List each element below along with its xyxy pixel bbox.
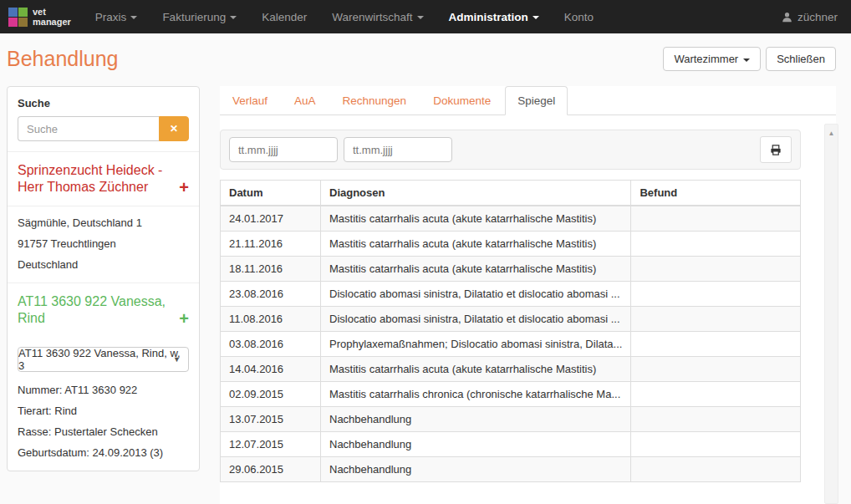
address-line: Sägmühle, Deutschland 1	[18, 216, 189, 229]
user-menu[interactable]: züchner	[782, 11, 851, 23]
table-row[interactable]: 24.01.2017 Mastitis catarrhalis acuta (a…	[221, 206, 801, 232]
add-animal-icon[interactable]: +	[179, 310, 189, 327]
filter-bar	[220, 130, 801, 170]
customer-section: Sprinzenzucht Heideck - Herr Thomas Züch…	[8, 151, 199, 206]
table-row[interactable]: 23.08.2016 Dislocatio abomasi sinistra, …	[221, 282, 801, 307]
header-buttons: Wartezimmer Schließen	[663, 47, 836, 71]
column-header-befund[interactable]: Befund	[631, 181, 801, 206]
close-button[interactable]: Schließen	[766, 47, 836, 71]
top-navbar: vet manager Praxis Fakturierung Kalender…	[0, 0, 851, 33]
navbar-menu: Praxis Fakturierung Kalender Warenwirtsc…	[83, 0, 606, 33]
print-button[interactable]	[760, 136, 792, 163]
animal-section: AT11 3630 922 Vanessa, Rind +	[8, 283, 199, 337]
add-customer-icon[interactable]: +	[179, 179, 189, 196]
brand-text: vet manager	[33, 7, 71, 27]
animal-details: Nummer: AT11 3630 922Tierart: RindRasse:…	[18, 384, 189, 459]
navbar-item-konto[interactable]: Konto	[552, 0, 606, 33]
brand-line-1: vet	[33, 7, 71, 17]
clear-search-button[interactable]: ✕	[159, 116, 189, 141]
search-input-group: ✕	[18, 116, 189, 141]
tab-dokumente[interactable]: Dokumente	[420, 86, 503, 115]
printer-icon	[769, 144, 782, 156]
tab-aua[interactable]: AuA	[282, 86, 329, 115]
sidebar-panel: Suche ✕ Sprinzenzucht Heideck - Herr Tho…	[7, 86, 200, 471]
table-row[interactable]: 21.11.2016 Mastitis catarrhalis acuta (a…	[221, 232, 801, 257]
select-caret-icon: ▼	[173, 355, 181, 364]
vertical-scrollbar[interactable]: ▲	[824, 124, 838, 504]
table-row[interactable]: 29.06.2015 Nachbehandlung	[221, 457, 801, 482]
table-row[interactable]: 14.04.2016 Mastitis catarrhalis acuta (a…	[221, 357, 801, 382]
animal-detail-line: Nummer: AT11 3630 922	[18, 384, 189, 396]
tab-rechnungen[interactable]: Rechnungen	[330, 86, 420, 115]
user-icon	[782, 12, 792, 23]
navbar-item-administration[interactable]: Administration	[436, 0, 552, 33]
animal-detail-line: Rasse: Pustertaler Schecken	[18, 425, 189, 438]
address-line: 91757 Treuchtlingen	[18, 237, 189, 250]
scroll-up-icon: ▲	[828, 125, 835, 503]
customer-link[interactable]: Sprinzenzucht Heideck - Herr Thomas Züch…	[18, 162, 174, 196]
caret-down-icon	[130, 16, 137, 19]
navbar-item-kalender[interactable]: Kalender	[249, 0, 319, 33]
page-title: Behandlung	[7, 47, 118, 71]
navbar-item-fakturierung[interactable]: Fakturierung	[150, 0, 249, 33]
animal-detail-section: AT11 3630 922 Vanessa, Rind, w, 3 ▼ Numm…	[8, 337, 199, 471]
tab-spiegel[interactable]: Spiegel	[505, 86, 568, 115]
caret-down-icon	[230, 16, 237, 19]
column-header-diagnosen[interactable]: Diagnosen	[321, 181, 631, 206]
tab-bar: VerlaufAuARechnungenDokumenteSpiegel	[220, 86, 836, 115]
table-row[interactable]: 18.11.2016 Mastitis catarrhalis acuta (a…	[221, 257, 801, 282]
customer-address: Sägmühle, Deutschland 191757 Treuchtling…	[8, 206, 199, 283]
brand-line-2: manager	[33, 17, 71, 27]
page-header: Behandlung Wartezimmer Schließen	[0, 33, 851, 83]
animal-link[interactable]: AT11 3630 922 Vanessa, Rind	[18, 293, 174, 327]
main-content: VerlaufAuARechnungenDokumenteSpiegel Dat…	[220, 86, 836, 504]
date-to-input[interactable]	[344, 137, 452, 162]
animal-detail-line: Tierart: Rind	[18, 405, 189, 417]
table-row[interactable]: 03.08.2016 Prophylaxemaßnahmen; Dislocat…	[221, 332, 801, 357]
table-header-row: Datum Diagnosen Befund	[221, 181, 801, 206]
vetmanager-brand[interactable]: vet manager	[0, 7, 83, 27]
column-header-datum[interactable]: Datum	[221, 181, 321, 206]
tab-verlauf[interactable]: Verlauf	[220, 86, 280, 115]
date-from-input[interactable]	[229, 137, 338, 162]
table-body: 24.01.2017 Mastitis catarrhalis acuta (a…	[221, 206, 801, 482]
table-row[interactable]: 11.08.2016 Dislocatio abomasi sinistra, …	[221, 307, 801, 332]
caret-down-icon	[533, 16, 539, 19]
caret-down-icon	[743, 59, 750, 62]
caret-down-icon	[417, 16, 424, 19]
vetmanager-logo-icon	[8, 8, 28, 27]
animal-detail-line: Geburtsdatum: 24.09.2013 (3)	[18, 446, 189, 459]
wartezimmer-button[interactable]: Wartezimmer	[663, 47, 761, 71]
search-section: Suche ✕	[8, 87, 199, 151]
navbar-item-praxis[interactable]: Praxis	[83, 0, 150, 33]
table-row[interactable]: 12.07.2015 Nachbehandlung	[221, 432, 801, 457]
diagnosis-table: Datum Diagnosen Befund 24.01.2017 Mastit…	[220, 180, 801, 482]
navbar-item-warenwirtschaft[interactable]: Warenwirtschaft	[319, 0, 436, 33]
x-icon: ✕	[170, 123, 178, 135]
user-name: züchner	[797, 11, 838, 23]
animal-select[interactable]: AT11 3630 922 Vanessa, Rind, w, 3 ▼	[18, 347, 189, 372]
search-label: Suche	[18, 97, 189, 109]
table-row[interactable]: 13.07.2015 Nachbehandlung	[221, 407, 801, 432]
search-input[interactable]	[18, 116, 159, 141]
animal-select-value: AT11 3630 922 Vanessa, Rind, w, 3	[18, 347, 188, 372]
table-row[interactable]: 02.09.2015 Mastitis catarrhalis chronica…	[221, 382, 801, 407]
address-line: Deutschland	[18, 258, 189, 271]
wartezimmer-label: Wartezimmer	[674, 53, 738, 65]
